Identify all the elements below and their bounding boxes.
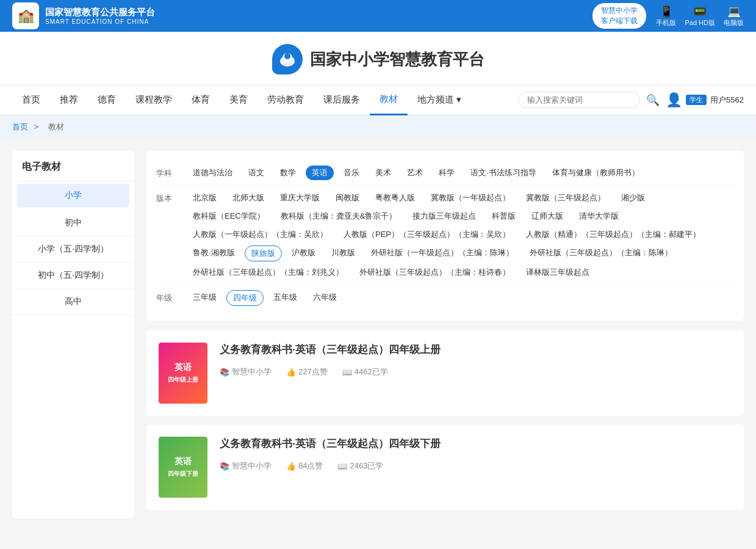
tag-chinese[interactable]: 语文 [242,165,270,180]
tag-calligraphy[interactable]: 语文·书法练习指导 [464,165,542,180]
nav-recommend[interactable]: 推荐 [50,85,88,115]
top-bar: 🏫 国家智慧教育公共服务平台 SMART EDUCATION OF CHINA … [0,0,756,32]
tag-chongqing[interactable]: 重庆大学版 [274,191,326,205]
tag-moral-edu[interactable]: 道德与法治 [187,165,239,180]
nav-home[interactable]: 首页 [12,85,50,115]
source-label-1: 智慧中小学 [232,366,272,377]
book-item-2: 英语 四年级下册 义务教育教科书·英语（三年级起点）四年级下册 📚 智慧中小学 … [146,424,744,510]
sidebar-item-middle[interactable]: 初中 [12,210,134,236]
nav-labor[interactable]: 劳动教育 [257,85,314,115]
filter-subject-tags: 道德与法治 语文 数学 英语 音乐 美术 艺术 科学 语文·书法练习指导 体育与… [187,165,734,180]
user-icon: 👤 [666,92,682,108]
logo-main: 国家智慧教育公共服务平台 [45,7,155,18]
nav-course[interactable]: 课程教学 [126,85,182,115]
device-pc[interactable]: 💻 电脑版 [724,5,744,27]
book-cover-img-2: 英语 四年级下册 [159,437,207,498]
filter-subject-label: 学科 [156,165,181,179]
tag-yilin[interactable]: 译林版三年级起点 [520,265,596,280]
tag-bnu[interactable]: 北师大版 [226,191,270,205]
user-name: 用户5562 [710,95,744,106]
tag-grade3[interactable]: 三年级 [187,290,223,306]
tag-grade4[interactable]: 四年级 [226,290,264,306]
tag-kepu[interactable]: 科普版 [486,209,522,224]
user-area: 👤 学生 用户5562 [666,92,744,108]
source-icon-1: 📚 [220,368,229,377]
reads-count-1: 4462已学 [355,366,388,377]
logo-sub: SMART EDUCATION OF CHINA [45,18,155,25]
sidebar-title: 电子教材 [12,161,134,181]
likes-icon-1: 👍 [286,368,296,377]
tag-math[interactable]: 数学 [274,165,302,180]
logo-area: 🏫 国家智慧教育公共服务平台 SMART EDUCATION OF CHINA [12,2,155,29]
tag-hu[interactable]: 沪教版 [286,245,322,261]
tag-music[interactable]: 音乐 [337,165,365,180]
nav-sport[interactable]: 体育 [182,85,220,115]
breadcrumb-current: 教材 [48,122,64,131]
tag-yue[interactable]: 粤教粤人版 [369,191,421,205]
tag-grade6[interactable]: 六年级 [307,290,343,306]
tag-min[interactable]: 闽教版 [329,191,365,205]
reads-count-2: 2463已学 [350,460,383,471]
pad-label: Pad HD版 [685,19,715,26]
book-meta-2: 📚 智慧中小学 👍 84点赞 📖 2463已学 [220,460,732,471]
tag-waiyan1[interactable]: 外研社版（一年级起点）（主编：陈琳） [365,245,520,261]
filter-edition-tags: 北京版 北师大版 重庆大学版 闽教版 粤教粤人版 冀教版（一年级起点） 冀教版（… [187,191,734,280]
tag-beijing[interactable]: 北京版 [187,191,223,205]
book-cover-img-1: 英语 四年级上册 [159,343,207,404]
tag-liaoshi[interactable]: 辽师大版 [525,209,569,224]
breadcrumb-home[interactable]: 首页 [12,122,28,131]
search-input[interactable] [518,92,640,108]
tag-shanlu[interactable]: 陕旅版 [245,245,282,261]
platform-name: 国家中小学智慧教育平台 [310,49,484,70]
sidebar-item-primary-54[interactable]: 小学（五·四学制） [12,236,134,263]
filter-grade-tags: 三年级 四年级 五年级 六年级 [187,290,734,306]
tag-pe[interactable]: 体育与健康（教师用书） [546,165,646,180]
sidebar-item-primary[interactable]: 小学 [17,184,129,208]
sidebar-item-high[interactable]: 高中 [12,289,134,315]
book-meta-1: 📚 智慧中小学 👍 227点赞 📖 4462已学 [220,366,732,377]
tag-english[interactable]: 英语 [306,165,334,180]
meta-likes-1: 👍 227点赞 [286,366,328,377]
tag-gong[interactable]: 教科版（主编：龚亚夫&鲁宗干） [275,209,403,224]
nav-moral[interactable]: 德育 [88,85,126,115]
tag-eec[interactable]: 教科版（EEC学院） [187,209,271,224]
tag-lu-xiang[interactable]: 鲁教·湘教版 [187,245,241,261]
tag-art[interactable]: 艺术 [401,165,429,180]
main-content: 学科 道德与法治 语文 数学 英语 音乐 美术 艺术 科学 语文·书法练习指导 … [146,151,744,518]
nav-textbook[interactable]: 教材 [370,85,408,115]
tag-chuan[interactable]: 川教版 [325,245,361,261]
pad-icon: 📟 [685,5,715,18]
tag-pep3[interactable]: 人教版（PEP）（三年级起点）（主编：吴欣） [337,227,516,242]
tag-waiyan3-gui[interactable]: 外研社版（三年级起点）（主编：桂诗春） [353,265,516,280]
tag-jieli[interactable]: 接力版三年级起点 [406,209,482,224]
pc-icon: 💻 [724,5,744,18]
tag-pep1[interactable]: 人教版（一年级起点）（主编：吴欣） [187,227,334,242]
tag-tsinghua[interactable]: 清华大学版 [573,209,625,224]
meta-likes-2: 👍 84点赞 [286,460,323,471]
tag-ji3[interactable]: 冀教版（三年级起点） [520,191,611,205]
tag-xiang[interactable]: 湘少版 [615,191,651,205]
nav-local[interactable]: 地方频道 ▾ [408,85,471,115]
tag-pep-jt[interactable]: 人教版（精通）（三年级起点）（主编：郝建平） [520,227,707,242]
tag-waiyan3[interactable]: 外研社版（三年级起点）（主编：陈琳） [524,245,679,261]
nav-afterschool[interactable]: 课后服务 [314,85,370,115]
tag-grade5[interactable]: 五年级 [267,290,303,306]
search-button[interactable]: 🔍 [646,93,660,107]
filter-grade-row: 年级 三年级 四年级 五年级 六年级 [156,285,734,311]
tag-waiyan3-liu[interactable]: 外研社版（三年级起点）（主编：刘兆义） [187,265,350,280]
tag-fine-art[interactable]: 美术 [369,165,397,180]
download-button[interactable]: 智慧中小学客户端下载 [592,3,646,29]
meta-source-1: 📚 智慧中小学 [220,366,272,377]
device-pad[interactable]: 📟 Pad HD版 [685,5,715,27]
sidebar-item-middle-54[interactable]: 初中（五·四学制） [12,263,134,289]
tag-ji1[interactable]: 冀教版（一年级起点） [425,191,516,205]
nav-art[interactable]: 美育 [220,85,257,115]
logo-text: 国家智慧教育公共服务平台 SMART EDUCATION OF CHINA [45,7,155,25]
top-right: 智慧中小学客户端下载 📱 手机版 📟 Pad HD版 💻 电脑版 [592,3,744,29]
device-mobile[interactable]: 📱 手机版 [656,5,676,27]
book-title-1[interactable]: 义务教育教科书·英语（三年级起点）四年级上册 [220,343,732,357]
tag-science[interactable]: 科学 [433,165,461,180]
content-area: 电子教材 小学 初中 小学（五·四学制） 初中（五·四学制） 高中 学科 道德与… [0,139,756,531]
filter-edition-label: 版本 [156,191,181,204]
book-title-2[interactable]: 义务教育教科书·英语（三年级起点）四年级下册 [220,437,732,451]
